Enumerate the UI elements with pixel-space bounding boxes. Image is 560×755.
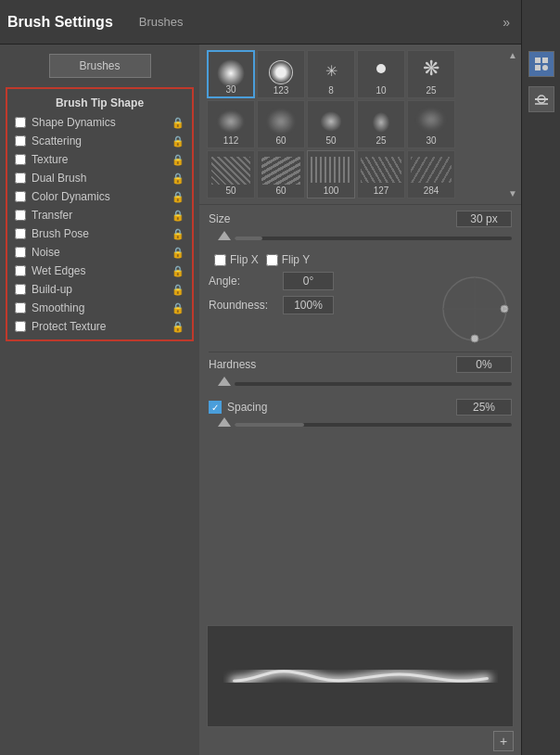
roundness-value[interactable]: 100%	[283, 296, 334, 314]
brush-preset-icon[interactable]	[528, 51, 554, 77]
noise-lock[interactable]: 🔒	[172, 247, 185, 259]
right-panel	[521, 0, 560, 755]
scattering-lock[interactable]: 🔒	[172, 135, 185, 147]
brush-cell-13[interactable]: 100	[307, 150, 355, 198]
smoothing-label: Smoothing	[32, 301, 168, 314]
wet-edges-checkbox[interactable]	[15, 265, 26, 276]
spacing-slider-row	[209, 417, 512, 432]
add-btn-row: +	[199, 727, 521, 755]
spacing-slider-handle[interactable]	[218, 417, 231, 427]
wet-edges-lock[interactable]: 🔒	[172, 265, 185, 277]
brush-cell-11[interactable]: 50	[207, 150, 255, 198]
wet-edges-label: Wet Edges	[32, 264, 168, 277]
transfer-lock[interactable]: 🔒	[172, 210, 185, 222]
protect-texture-row[interactable]: Protect Texture 🔒	[11, 317, 188, 336]
protect-texture-lock[interactable]: 🔒	[172, 321, 185, 333]
spacing-slider-track[interactable]	[235, 423, 512, 427]
brush-cell-1[interactable]: 30	[207, 50, 255, 98]
texture-checkbox[interactable]	[15, 154, 26, 165]
shape-dynamics-lock[interactable]: 🔒	[172, 117, 185, 129]
hardness-slider-handle[interactable]	[218, 377, 231, 386]
noise-row[interactable]: Noise 🔒	[11, 243, 188, 262]
flip-x-checkbox[interactable]	[214, 254, 226, 266]
dual-brush-row[interactable]: Dual Brush 🔒	[11, 169, 188, 187]
scattering-row[interactable]: Scattering 🔒	[11, 132, 188, 150]
noise-checkbox[interactable]	[15, 247, 26, 258]
brush-size-12: 60	[275, 186, 286, 196]
expand-icon[interactable]: »	[499, 13, 514, 32]
size-control-row: Size 30 px	[209, 211, 512, 227]
brush-cell-4[interactable]: 10	[357, 50, 405, 98]
noise-label: Noise	[32, 246, 168, 259]
color-dynamics-row[interactable]: Color Dynamics 🔒	[11, 187, 188, 206]
brush-pose-row[interactable]: Brush Pose 🔒	[11, 224, 188, 243]
transfer-checkbox[interactable]	[15, 210, 26, 221]
scroll-down-arrow[interactable]: ▼	[508, 188, 517, 198]
spacing-checkbox[interactable]: ✓	[209, 401, 222, 414]
transfer-row[interactable]: Transfer 🔒	[11, 206, 188, 224]
transfer-label: Transfer	[32, 209, 168, 222]
svg-rect-0	[535, 58, 541, 63]
spacing-value[interactable]: 25%	[456, 399, 512, 416]
texture-lock[interactable]: 🔒	[172, 154, 185, 166]
brush-cell-14[interactable]: 127	[357, 150, 405, 198]
scattering-label: Scattering	[32, 134, 168, 147]
svg-rect-2	[535, 65, 541, 70]
brushes-tab[interactable]: Brushes	[132, 11, 191, 32]
size-slider-track[interactable]	[235, 237, 512, 240]
angle-value[interactable]: 0°	[283, 272, 334, 290]
brush-cell-5[interactable]: ❋ 25	[407, 50, 455, 98]
brush-cell-9[interactable]: 25	[357, 100, 405, 148]
size-slider-handle[interactable]	[218, 231, 231, 240]
size-value[interactable]: 30 px	[456, 211, 512, 227]
shape-dynamics-row[interactable]: Shape Dynamics 🔒	[11, 113, 188, 132]
brush-pose-checkbox[interactable]	[15, 228, 26, 239]
flip-x-label[interactable]: Flip X	[214, 253, 259, 266]
brush-cell-10[interactable]: 30	[407, 100, 455, 148]
smoothing-row[interactable]: Smoothing 🔒	[11, 299, 188, 317]
controls-area: Size 30 px Flip X Flip Y	[199, 205, 521, 620]
brush-settings-section: Brush Tip Shape Shape Dynamics 🔒 Scatter…	[6, 87, 194, 341]
add-preset-button[interactable]: +	[493, 731, 514, 751]
size-slider-row	[209, 231, 512, 246]
brush-cell-12[interactable]: 60	[257, 150, 305, 198]
roundness-label: Roundness:	[209, 299, 283, 312]
color-dynamics-checkbox[interactable]	[15, 191, 26, 202]
texture-label: Texture	[32, 153, 168, 166]
dual-brush-lock[interactable]: 🔒	[172, 173, 185, 185]
brush-cell-15[interactable]: 284	[407, 150, 455, 198]
shape-dynamics-checkbox[interactable]	[15, 117, 26, 128]
brush-stroke-svg	[223, 662, 497, 690]
hardness-slider-track[interactable]	[235, 382, 512, 386]
scroll-up-arrow[interactable]: ▲	[508, 50, 517, 60]
tool-preset-icon[interactable]	[528, 86, 554, 112]
smoothing-lock[interactable]: 🔒	[172, 302, 185, 314]
brush-size-2: 123	[274, 85, 289, 96]
texture-row[interactable]: Texture 🔒	[11, 150, 188, 169]
protect-texture-label: Protect Texture	[32, 320, 168, 333]
page-title: Brush Settings	[7, 14, 113, 31]
brush-cell-3[interactable]: ✳ 8	[307, 50, 355, 98]
protect-texture-checkbox[interactable]	[15, 321, 26, 332]
brush-cell-6[interactable]: 112	[207, 100, 255, 148]
divider-1	[209, 352, 512, 352]
brushes-button[interactable]: Brushes	[49, 54, 151, 78]
flip-y-label[interactable]: Flip Y	[266, 253, 310, 266]
color-dynamics-lock[interactable]: 🔒	[172, 191, 185, 203]
smoothing-checkbox[interactable]	[15, 302, 26, 314]
angle-field-row: Angle: 0°	[209, 272, 428, 290]
buildup-checkbox[interactable]	[15, 284, 26, 295]
brush-pose-lock[interactable]: 🔒	[172, 228, 185, 240]
wet-edges-row[interactable]: Wet Edges 🔒	[11, 262, 188, 280]
dual-brush-checkbox[interactable]	[15, 173, 26, 184]
brush-angle-diagram[interactable]	[438, 272, 512, 346]
brush-cell-8[interactable]: 50	[307, 100, 355, 148]
flip-y-checkbox[interactable]	[266, 254, 278, 266]
brush-tip-label[interactable]: Brush Tip Shape	[11, 93, 188, 113]
hardness-value[interactable]: 0%	[456, 356, 512, 373]
buildup-lock[interactable]: 🔒	[172, 284, 185, 296]
scattering-checkbox[interactable]	[15, 135, 26, 147]
brush-cell-7[interactable]: 60	[257, 100, 305, 148]
buildup-row[interactable]: Build-up 🔒	[11, 280, 188, 299]
brush-cell-2[interactable]: 123	[257, 50, 305, 98]
